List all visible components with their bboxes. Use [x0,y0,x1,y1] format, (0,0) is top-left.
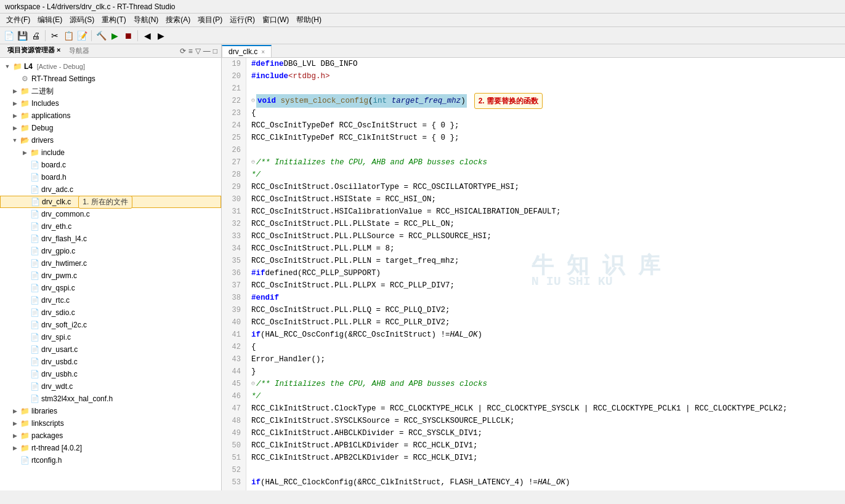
code-content[interactable]: #define DBG_LVL DBG_INFO#include <rtdbg.… [246,58,845,490]
panel-icon-maximize[interactable]: □ [213,47,217,55]
code-line-19[interactable]: #define DBG_LVL DBG_INFO [251,58,840,70]
code-line-20[interactable]: #include <rtdbg.h> [251,70,840,82]
tree-item-drv-sdio-c[interactable]: 📄 drv_sdio.c [0,306,221,319]
code-line-40[interactable]: RCC_OscInitStruct.PLL.PLLR = RCC_PLLR_DI… [251,316,840,329]
code-line-50[interactable]: RCC_ClkInitStruct.APB1CLKDivider = RCC_H… [251,439,840,452]
code-line-23[interactable]: { [251,107,840,119]
tree-item-drv-gpio-c[interactable]: 📄 drv_gpio.c [0,245,221,257]
menu-item-项目(P)[interactable]: 项目(P) [194,14,226,26]
tree-item-drv-rtc-c[interactable]: 📄 drv_rtc.c [0,294,221,306]
editor-tab-drv-clk[interactable]: drv_clk.c × [222,45,272,57]
tree-item-include[interactable]: ▶ 📁 include [0,146,221,159]
tree-item-drv-adc-c[interactable]: 📄 drv_adc.c [0,183,221,196]
tab-navigator[interactable]: 导航器 [69,46,89,55]
code-line-32[interactable]: RCC_OscInitStruct.PLL.PLLState = RCC_PLL… [251,218,840,230]
tree-item-drv-common-c[interactable]: 📄 drv_common.c [0,208,221,220]
code-line-37[interactable]: RCC_OscInitStruct.PLL.PLLPX = RCC_PLLP_D… [251,279,840,292]
menu-item-编辑(E)[interactable]: 编辑(E) [34,14,66,26]
code-line-53[interactable]: if (HAL_RCC_ClockConfig(&RCC_ClkInitStru… [251,476,840,489]
menu-item-帮助(H)[interactable]: 帮助(H) [293,14,325,26]
tree-item-rtconfig-h[interactable]: 📄 rtconfig.h [0,454,221,466]
toolbar-forward[interactable]: ▶ [155,30,167,42]
menu-item-文件(F)[interactable]: 文件(F) [2,14,34,26]
tree-item-drv-eth-c[interactable]: 📄 drv_eth.c [0,220,221,233]
menu-item-重构(T)[interactable]: 重构(T) [98,14,129,26]
code-line-42[interactable]: { [251,341,840,353]
code-line-27[interactable]: ⊖ /** Initializes the CPU, AHB and APB b… [251,156,840,169]
menu-item-搜索(A)[interactable]: 搜索(A) [162,14,194,26]
code-line-35[interactable]: RCC_OscInitStruct.PLL.PLLN = target_freq… [251,255,840,267]
code-line-54[interactable]: { [251,489,840,490]
code-line-51[interactable]: RCC_ClkInitStruct.APB2CLKDivider = RCC_H… [251,452,840,464]
code-line-47[interactable]: RCC_ClkInitStruct.ClockType = RCC_CLOCKT… [251,402,840,415]
tree-item-board-h[interactable]: 📄 board.h [0,171,221,183]
toolbar-stop[interactable]: ⏹ [122,30,134,42]
code-line-34[interactable]: RCC_OscInitStruct.PLL.PLLM = 8; [251,242,840,255]
tab-project-explorer[interactable]: 项目资源管理器 × [4,44,64,57]
tree-item-drv-clk-c[interactable]: 📄 drv_clk.c 1. 所在的文件 [0,196,221,208]
toolbar-save[interactable]: 💾 [16,30,28,42]
tree-item-drv-usbh-c[interactable]: 📄 drv_usbh.c [0,368,221,380]
tree-item-packages[interactable]: ▶ 📁 packages [0,430,221,442]
toolbar-debug[interactable]: ▶ [108,30,121,42]
tree-item-applications[interactable]: ▶ 📁 applications [0,110,221,122]
code-line-36[interactable]: #if defined(RCC_PLLP_SUPPORT) [251,267,840,279]
toolbar-build[interactable]: 🔨 [95,30,107,42]
code-editor[interactable]: 1920212223242526272829303132333435363738… [222,58,845,490]
code-line-22[interactable]: ⊖void system_clock_config(int target_fre… [251,95,840,107]
editor-tab-close[interactable]: × [261,49,265,55]
menu-item-导航(N)[interactable]: 导航(N) [130,14,163,26]
panel-icon-menu[interactable]: ▽ [195,47,201,55]
code-line-52[interactable] [251,464,840,476]
tree-root-L4[interactable]: ▼📁L4 [Active - Debug] [0,60,221,73]
menu-item-窗口(W)[interactable]: 窗口(W) [259,14,293,26]
tree-item-rt-thread-settings[interactable]: ⚙ RT-Thread Settings [0,73,221,85]
toolbar-cut[interactable]: ✂ [49,30,61,42]
toolbar-copy[interactable]: 📋 [62,30,75,42]
code-line-33[interactable]: RCC_OscInitStruct.PLL.PLLSource = RCC_PL… [251,230,840,242]
tree-item-includes[interactable]: ▶ 📁 Includes [0,97,221,110]
tree-item-drv-qspi-c[interactable]: 📄 drv_qspi.c [0,282,221,294]
code-line-31[interactable]: RCC_OscInitStruct.HSICalibrationValue = … [251,206,840,218]
code-line-30[interactable]: RCC_OscInitStruct.HSIState = RCC_HSI_ON; [251,193,840,206]
code-line-25[interactable]: RCC_ClkInitTypeDef RCC_ClkInitStruct = {… [251,132,840,144]
tree-item-debug[interactable]: ▶ 📁 Debug [0,122,221,134]
panel-icon-minimize[interactable]: — [203,47,211,55]
code-line-21[interactable] [251,82,840,95]
code-line-45[interactable]: ⊖ /** Initializes the CPU, AHB and APB b… [251,378,840,390]
tree-item-drv-usbd-c[interactable]: 📄 drv_usbd.c [0,356,221,368]
panel-icon-sync[interactable]: ⟳ [180,47,186,55]
tree-item-binary[interactable]: ▶ 📁 二进制 [0,85,221,97]
code-line-49[interactable]: RCC_ClkInitStruct.AHBCLKDivider = RCC_SY… [251,427,840,439]
code-line-29[interactable]: RCC_OscInitStruct.OscillatorType = RCC_O… [251,181,840,193]
code-line-46[interactable]: */ [251,390,840,402]
panel-icon-collapse[interactable]: ≡ [188,47,193,55]
toolbar-print[interactable]: 🖨 [30,30,42,42]
tree-item-drv-spi-c[interactable]: 📄 drv_spi.c [0,331,221,343]
code-line-44[interactable]: } [251,366,840,378]
toolbar-new[interactable]: 📄 [2,30,15,42]
code-line-43[interactable]: Error_Handler(); [251,353,840,366]
code-line-38[interactable]: #endif [251,292,840,304]
tree-item-board-c[interactable]: 📄 board.c [0,159,221,171]
tree-item-stm32l4xx-hal-conf-h[interactable]: 📄 stm32l4xx_hal_conf.h [0,393,221,405]
code-line-28[interactable]: */ [251,169,840,181]
tree-item-drivers[interactable]: ▼ 📂 drivers [0,134,221,146]
tree-item-libraries[interactable]: ▶ 📁 libraries [0,405,221,417]
code-line-24[interactable]: RCC_OscInitTypeDef RCC_OscInitStruct = {… [251,119,840,132]
tree-item-drv-hwtimer-c[interactable]: 📄 drv_hwtimer.c [0,257,221,270]
toolbar-back[interactable]: ◀ [141,30,153,42]
tree-item-linkscripts[interactable]: ▶ 📁 linkscripts [0,417,221,430]
tree-item-drv-flash-l4-c[interactable]: 📄 drv_flash_l4.c [0,233,221,245]
tree-item-drv-pwm-c[interactable]: 📄 drv_pwm.c [0,270,221,282]
code-line-26[interactable] [251,144,840,156]
tree-item-drv-usart-c[interactable]: 📄 drv_usart.c [0,343,221,356]
menu-item-运行(R)[interactable]: 运行(R) [226,14,259,26]
tree-item-drv-soft-i2c-c[interactable]: 📄 drv_soft_i2c.c [0,319,221,331]
tree-item-drv-wdt-c[interactable]: 📄 drv_wdt.c [0,380,221,393]
toolbar-paste[interactable]: 📝 [76,30,88,42]
code-line-41[interactable]: if (HAL_RCC_OscConfig(&RCC_OscInitStruct… [251,329,840,341]
code-line-48[interactable]: RCC_ClkInitStruct.SYSCLKSource = RCC_SYS… [251,415,840,427]
code-line-39[interactable]: RCC_OscInitStruct.PLL.PLLQ = RCC_PLLQ_DI… [251,304,840,316]
menu-item-源码(S)[interactable]: 源码(S) [66,14,98,26]
